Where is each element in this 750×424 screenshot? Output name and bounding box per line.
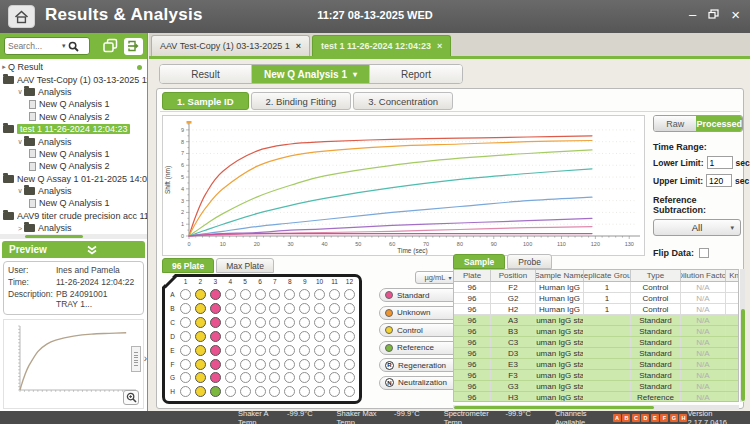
well-E1[interactable] [180, 345, 191, 356]
raw-button[interactable]: Raw [654, 116, 696, 131]
upper-limit-input[interactable] [706, 174, 732, 187]
expander-icon[interactable]: ∨ [16, 187, 24, 195]
well-D1[interactable] [180, 331, 191, 342]
legend-reference[interactable]: Reference [379, 341, 461, 355]
close-tab-icon[interactable]: × [437, 41, 442, 51]
well-B4[interactable] [225, 303, 236, 314]
preview-header[interactable]: Preview [2, 241, 145, 258]
well-F4[interactable] [225, 359, 236, 370]
tree-item[interactable]: ∨Analysis [0, 135, 147, 147]
tree-item[interactable]: New Q Analysis 2 [0, 111, 147, 123]
tab-aav-test-copy[interactable]: AAV Test-Copy (1) 03-13-2025 1 × [151, 35, 310, 56]
well-A4[interactable] [225, 289, 236, 300]
well-D7[interactable] [269, 331, 280, 342]
tree-item[interactable]: New Q Analysis 2 [0, 160, 147, 172]
well-G8[interactable] [284, 372, 295, 383]
well-E4[interactable] [225, 345, 236, 356]
tree-horizontal-scrollbar[interactable] [0, 234, 147, 239]
expander-icon[interactable]: ▸ [0, 63, 8, 71]
well-F11[interactable] [329, 359, 340, 370]
well-A2[interactable] [195, 289, 206, 300]
table-row[interactable]: 96H2Human IgG1ControlN/A [454, 304, 738, 315]
tree-item[interactable]: ∨Analysis [0, 86, 147, 98]
well-D6[interactable] [255, 331, 266, 342]
search-input[interactable] [8, 41, 60, 51]
lower-limit-input[interactable] [707, 156, 733, 169]
well-B8[interactable] [284, 303, 295, 314]
well-G4[interactable] [225, 372, 236, 383]
well-F12[interactable] [344, 359, 355, 370]
well-G10[interactable] [314, 372, 325, 383]
well-B12[interactable] [344, 303, 355, 314]
well-C8[interactable] [284, 317, 295, 328]
legend-control[interactable]: Control [379, 323, 461, 337]
well-H4[interactable] [225, 386, 236, 397]
well-D4[interactable] [225, 331, 236, 342]
well-A7[interactable] [269, 289, 280, 300]
well-H11[interactable] [329, 386, 340, 397]
well-C3[interactable] [210, 317, 221, 328]
well-D9[interactable] [299, 331, 310, 342]
table-row[interactable]: 96E3Human IgG stanStandardN/A [454, 359, 738, 370]
restore-button[interactable] [708, 8, 719, 22]
well-G5[interactable] [240, 372, 251, 383]
well-C5[interactable] [240, 317, 251, 328]
well-E9[interactable] [299, 345, 310, 356]
well-F9[interactable] [299, 359, 310, 370]
well-F8[interactable] [284, 359, 295, 370]
search-caret-icon[interactable]: ▾ [62, 42, 66, 50]
minimize-button[interactable]: – [689, 8, 696, 22]
well-A1[interactable] [180, 289, 191, 300]
tree-item[interactable]: AAV Test-Copy (1) 03-13-2025 11: [0, 73, 147, 85]
well-G12[interactable] [344, 372, 355, 383]
tab-probe[interactable]: Probe [507, 254, 552, 269]
tree-item[interactable]: New Q Analysis 1 [0, 148, 147, 160]
tab-sample[interactable]: Sample [453, 254, 505, 269]
well-C11[interactable] [329, 317, 340, 328]
well-A5[interactable] [240, 289, 251, 300]
close-tab-icon[interactable]: × [296, 41, 301, 51]
well-F1[interactable] [180, 359, 191, 370]
table-row[interactable]: 96C3Human IgG stanStandardN/A [454, 337, 738, 348]
well-F7[interactable] [269, 359, 280, 370]
well-E8[interactable] [284, 345, 295, 356]
well-C10[interactable] [314, 317, 325, 328]
tab-max-plate[interactable]: Max Plate [216, 258, 274, 273]
well-B3[interactable] [210, 303, 221, 314]
reference-subtraction-select[interactable]: All ▾ [653, 219, 741, 236]
well-D12[interactable] [344, 331, 355, 342]
table-row[interactable]: 96F2Human IgG1ControlN/A [454, 282, 738, 293]
well-A10[interactable] [314, 289, 325, 300]
well-E10[interactable] [314, 345, 325, 356]
tree-root[interactable]: ▸ Q Result [0, 61, 147, 73]
close-window-button[interactable]: × [731, 8, 740, 22]
well-H3[interactable] [210, 386, 221, 397]
well-B1[interactable] [180, 303, 191, 314]
well-H10[interactable] [314, 386, 325, 397]
well-A12[interactable] [344, 289, 355, 300]
well-H5[interactable] [240, 386, 251, 397]
tree-item[interactable]: >Analysis [0, 222, 147, 234]
table-row[interactable]: 96D3Human IgG stanStandardN/A [454, 348, 738, 359]
search-icon[interactable] [68, 41, 79, 52]
well-E2[interactable] [195, 345, 206, 356]
tab-sample-id[interactable]: 1. Sample ID [162, 92, 249, 110]
well-B6[interactable] [255, 303, 266, 314]
well-E5[interactable] [240, 345, 251, 356]
well-H1[interactable] [180, 386, 191, 397]
export-button[interactable] [124, 38, 143, 55]
well-B7[interactable] [269, 303, 280, 314]
well-E11[interactable] [329, 345, 340, 356]
preview-slider[interactable] [131, 346, 141, 372]
well-F6[interactable] [255, 359, 266, 370]
well-A6[interactable] [255, 289, 266, 300]
table-row[interactable]: 96G2Human IgG1ControlN/A [454, 293, 738, 304]
well-D11[interactable] [329, 331, 340, 342]
tree-item[interactable]: New Q Analysis 1 [0, 98, 147, 110]
legend-unknown[interactable]: Unknown [379, 306, 461, 320]
well-A9[interactable] [299, 289, 310, 300]
processed-button[interactable]: Processed [696, 116, 742, 131]
table-row[interactable]: 96H3Human IgG stanReferenceN/A [454, 392, 738, 402]
tab-binding-fitting[interactable]: 2. Binding Fitting [251, 92, 352, 110]
well-C12[interactable] [344, 317, 355, 328]
